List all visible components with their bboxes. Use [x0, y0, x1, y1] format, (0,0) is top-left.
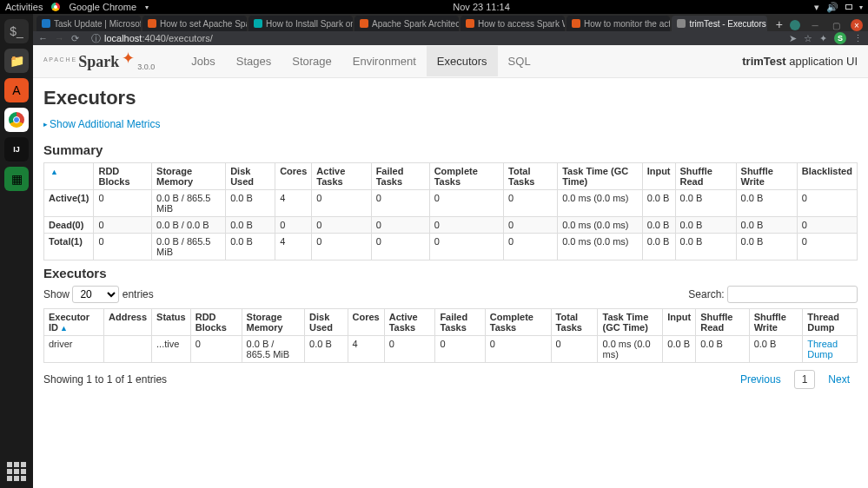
- app-name: trimTest application UI: [742, 55, 858, 68]
- col-header[interactable]: Input: [663, 309, 696, 336]
- col-header[interactable]: Shuffle Read: [696, 309, 749, 336]
- terminal-app-icon[interactable]: $_: [4, 19, 29, 43]
- col-header[interactable]: Active Tasks: [384, 309, 435, 336]
- col-header[interactable]: Task Time (GC Time): [598, 309, 663, 336]
- nav-sql[interactable]: SQL: [498, 46, 541, 76]
- browser-tab[interactable]: How to set Apache Spar×: [142, 16, 247, 31]
- browser-tab[interactable]: Task Update | Microsoft×: [36, 16, 141, 31]
- back-button-icon[interactable]: ←: [38, 33, 48, 43]
- table-cell: 0: [371, 190, 429, 217]
- nav-environment[interactable]: Environment: [342, 46, 427, 76]
- thread-dump-cell: Thread Dump: [803, 336, 858, 363]
- table-cell: 0.0 B: [226, 190, 275, 217]
- col-header[interactable]: RDD Blocks: [190, 309, 242, 336]
- nav-jobs[interactable]: Jobs: [181, 46, 225, 76]
- current-app-label[interactable]: Google Chrome: [69, 2, 136, 12]
- network-icon[interactable]: ▾: [814, 2, 819, 13]
- thread-dump-link[interactable]: Thread Dump: [807, 339, 838, 359]
- table-cell: 0: [190, 336, 242, 363]
- volume-icon[interactable]: 🔊: [826, 2, 838, 13]
- new-tab-button[interactable]: +: [769, 17, 790, 31]
- files-app-icon[interactable]: 📁: [4, 49, 29, 73]
- col-header[interactable]: Blacklisted: [797, 163, 857, 190]
- col-header[interactable]: Shuffle Write: [736, 163, 797, 190]
- address-bar-row: ← → ⟳ ⓘ localhost:4040/executors/ ➤ ☆ ✦ …: [33, 31, 868, 45]
- col-header[interactable]: Total Tasks: [551, 309, 598, 336]
- show-applications-icon[interactable]: [7, 462, 26, 481]
- forward-button-icon[interactable]: →: [55, 33, 64, 43]
- browser-tab[interactable]: How to Install Spark on×: [248, 16, 353, 31]
- col-header[interactable]: Thread Dump: [803, 309, 858, 336]
- chrome-app-icon[interactable]: [4, 108, 29, 132]
- col-header[interactable]: Address: [104, 309, 152, 336]
- app-menu-caret[interactable]: ▾: [145, 3, 149, 11]
- menu-icon[interactable]: ⋮: [853, 33, 863, 44]
- col-header[interactable]: Failed Tasks: [371, 163, 429, 190]
- nav-storage[interactable]: Storage: [282, 46, 342, 76]
- window-close-button[interactable]: ×: [851, 19, 863, 31]
- col-header[interactable]: Input: [642, 163, 675, 190]
- col-header[interactable]: Failed Tasks: [435, 309, 485, 336]
- intellij-app-icon[interactable]: IJ: [4, 137, 29, 162]
- extensions-icon[interactable]: ✦: [819, 33, 827, 44]
- reload-button-icon[interactable]: ⟳: [71, 33, 79, 44]
- maximize-button[interactable]: ▢: [830, 19, 842, 31]
- favicon-icon: [677, 19, 686, 28]
- activities-label[interactable]: Activities: [5, 2, 43, 12]
- table-cell: 0.0 B: [226, 217, 275, 234]
- table-cell: 0: [429, 217, 503, 234]
- browser-tab[interactable]: How to monitor the act×: [567, 16, 670, 31]
- table-cell: 0.0 B: [696, 336, 749, 363]
- summary-title: Summary: [43, 142, 858, 157]
- col-header[interactable]: Cores: [275, 163, 312, 190]
- browser-tab[interactable]: trimTest - Executors×: [672, 16, 766, 31]
- search-input[interactable]: [727, 286, 858, 303]
- col-header[interactable]: Shuffle Write: [749, 309, 803, 336]
- tab-label: Task Update | Microsoft: [54, 19, 141, 29]
- tab-label: Apache Spark Architect: [372, 19, 459, 29]
- battery-icon[interactable]: [845, 4, 852, 10]
- libreoffice-calc-icon[interactable]: ▦: [4, 167, 29, 191]
- clock-label[interactable]: Nov 23 11:14: [453, 2, 509, 12]
- show-additional-metrics-toggle[interactable]: ▸ Show Additional Metrics: [43, 118, 160, 130]
- send-tab-icon[interactable]: ➤: [789, 33, 797, 44]
- col-header[interactable]: Status: [152, 309, 191, 336]
- col-header[interactable]: Storage Memory: [242, 309, 305, 336]
- spark-logo[interactable]: A P A C H E Spark✦ 3.0.0: [43, 52, 155, 71]
- chrome-window: Task Update | Microsoft× How to set Apac…: [33, 14, 868, 488]
- col-header[interactable]: Shuffle Read: [675, 163, 736, 190]
- page-size-select[interactable]: 20: [72, 286, 119, 303]
- col-header[interactable]: Disk Used: [226, 163, 275, 190]
- minimize-button[interactable]: ─: [809, 19, 821, 31]
- bookmark-icon[interactable]: ☆: [804, 33, 812, 44]
- entries-label: entries: [123, 288, 154, 300]
- browser-tab[interactable]: How to access Spark We×: [461, 16, 565, 31]
- col-header[interactable]: Active Tasks: [312, 163, 371, 190]
- col-header[interactable]: Disk Used: [305, 309, 348, 336]
- table-cell: 4: [348, 336, 384, 363]
- profile-avatar-icon[interactable]: S: [834, 32, 846, 44]
- address-bar[interactable]: ⓘ localhost:4040/executors/: [86, 32, 607, 45]
- col-header[interactable]: Complete Tasks: [429, 163, 503, 190]
- col-header[interactable]: Task Time (GC Time): [558, 163, 643, 190]
- col-header[interactable]: ▲: [44, 163, 94, 190]
- page-number-button[interactable]: 1: [794, 370, 816, 389]
- previous-button[interactable]: Previous: [732, 370, 789, 389]
- next-button[interactable]: Next: [820, 370, 858, 389]
- col-header[interactable]: Storage Memory: [152, 163, 226, 190]
- ubuntu-launcher: $_ 📁 A IJ ▦: [0, 14, 33, 488]
- col-header[interactable]: Executor ID▲: [44, 309, 104, 336]
- site-info-icon[interactable]: ⓘ: [91, 32, 101, 45]
- row-label: Dead(0): [44, 217, 94, 234]
- nav-stages[interactable]: Stages: [226, 46, 282, 76]
- browser-tab[interactable]: Apache Spark Architect×: [354, 16, 459, 31]
- table-cell: 0.0 B: [663, 336, 696, 363]
- summary-header-row: ▲ RDD Blocks Storage Memory Disk Used Co…: [44, 163, 858, 190]
- col-header[interactable]: Complete Tasks: [485, 309, 551, 336]
- software-app-icon[interactable]: A: [4, 78, 29, 102]
- nav-executors[interactable]: Executors: [427, 46, 498, 76]
- col-header[interactable]: Total Tasks: [504, 163, 558, 190]
- col-header[interactable]: RDD Blocks: [94, 163, 152, 190]
- col-header[interactable]: Cores: [348, 309, 384, 336]
- caret-down-icon[interactable]: ▾: [859, 3, 863, 11]
